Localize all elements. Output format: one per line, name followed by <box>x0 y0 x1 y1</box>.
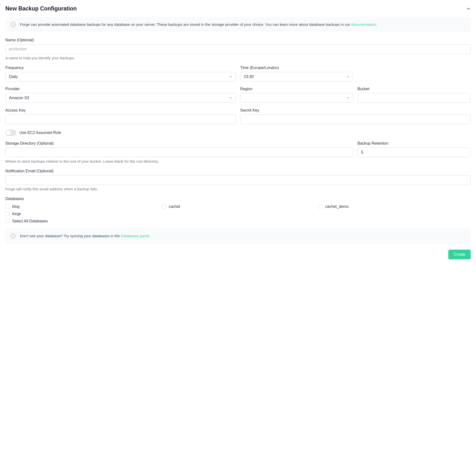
name-group: Name (Optional) A name to help you ident… <box>5 38 471 60</box>
database-label: blog <box>12 204 19 209</box>
databases-group: Databases blog cachet cachet_demo forge … <box>5 197 471 223</box>
notification-email-input[interactable] <box>5 175 471 185</box>
notification-email-label: Notification Email (Optional) <box>5 169 471 173</box>
provider-label: Provider <box>5 87 236 91</box>
create-button[interactable]: Create <box>448 250 471 259</box>
database-item: cachet <box>162 204 314 209</box>
retention-group: Backup Retention <box>357 141 470 164</box>
database-label: cachet <box>169 204 180 209</box>
info-box-sync: i Don't see your database? Try syncing y… <box>5 229 471 243</box>
database-item: forge <box>5 212 158 216</box>
frequency-group: Frequency Daily <box>5 66 236 81</box>
info-text: Don't see your database? Try syncing you… <box>20 233 150 239</box>
region-group: Region <box>240 87 353 103</box>
storage-dir-help: Where to store backups relative to the r… <box>5 159 353 164</box>
ec2-role-group: Use EC2 Assumed Role <box>5 129 471 136</box>
secret-key-input[interactable] <box>240 114 471 124</box>
time-select[interactable]: 23:30 <box>240 72 353 81</box>
select-all-label: Select All Databases <box>12 219 48 223</box>
notification-email-help: Forge will notify this email address whe… <box>5 187 471 191</box>
frequency-select[interactable]: Daily <box>5 72 236 81</box>
access-key-input[interactable] <box>5 114 236 124</box>
provider-group: Provider Amazon S3 <box>5 87 236 103</box>
bucket-label: Bucket <box>357 87 470 91</box>
footer: Create <box>5 250 471 259</box>
databases-grid: blog cachet cachet_demo forge <box>5 204 471 216</box>
retention-input[interactable] <box>357 147 470 157</box>
access-key-group: Access Key <box>5 108 236 124</box>
provider-select[interactable]: Amazon S3 <box>5 93 236 103</box>
secret-key-group: Secret Key <box>240 108 471 124</box>
storage-dir-label: Storage Directory (Optional) <box>5 141 353 146</box>
secret-key-label: Secret Key <box>240 108 471 112</box>
name-label: Name (Optional) <box>5 38 471 42</box>
database-item: blog <box>5 204 158 209</box>
info-box-intro: i Forge can provide automated database b… <box>5 17 471 32</box>
database-label: cachet_demo <box>325 204 348 209</box>
toggle-knob <box>6 130 11 135</box>
info-text: Forge can provide automated database bac… <box>20 22 377 27</box>
info-text-after: . <box>376 22 377 26</box>
bucket-group: Bucket <box>357 87 470 103</box>
region-label: Region <box>240 87 353 91</box>
region-select[interactable] <box>240 93 353 103</box>
ec2-role-toggle[interactable] <box>5 129 17 136</box>
database-checkbox-forge[interactable] <box>5 212 10 216</box>
database-checkbox-blog[interactable] <box>5 204 10 209</box>
name-help: A name to help you identify your backups… <box>5 56 471 60</box>
database-checkbox-cachet[interactable] <box>162 204 166 209</box>
info-icon: i <box>11 22 16 27</box>
time-group: Time (Europe/London) 23:30 <box>240 66 353 81</box>
database-label: forge <box>12 212 21 216</box>
name-input[interactable] <box>5 44 471 54</box>
storage-dir-input[interactable] <box>5 147 353 157</box>
database-checkbox-cachet-demo[interactable] <box>318 204 323 209</box>
storage-dir-group: Storage Directory (Optional) Where to st… <box>5 141 353 164</box>
database-item: cachet_demo <box>318 204 471 209</box>
frequency-label: Frequency <box>5 66 236 70</box>
info-text-before: Forge can provide automated database bac… <box>20 22 351 26</box>
info-icon: i <box>11 234 16 238</box>
notification-email-group: Notification Email (Optional) Forge will… <box>5 169 471 191</box>
select-all-row: Select All Databases <box>5 219 471 223</box>
time-label: Time (Europe/London) <box>240 66 353 70</box>
info-text-after: . <box>149 234 150 238</box>
ec2-role-label: Use EC2 Assumed Role <box>19 130 61 135</box>
databases-panel-link[interactable]: Databases panel <box>121 234 149 238</box>
databases-label: Databases <box>5 197 471 201</box>
documentation-link[interactable]: documentation <box>351 22 376 26</box>
collapse-icon[interactable] <box>466 7 471 11</box>
retention-label: Backup Retention <box>357 141 470 146</box>
bucket-input[interactable] <box>357 93 470 103</box>
page-header: New Backup Configuration <box>5 5 471 12</box>
select-all-checkbox[interactable] <box>5 219 10 223</box>
page-title: New Backup Configuration <box>5 5 77 12</box>
access-key-label: Access Key <box>5 108 236 112</box>
info-text-before: Don't see your database? Try syncing you… <box>20 234 121 238</box>
